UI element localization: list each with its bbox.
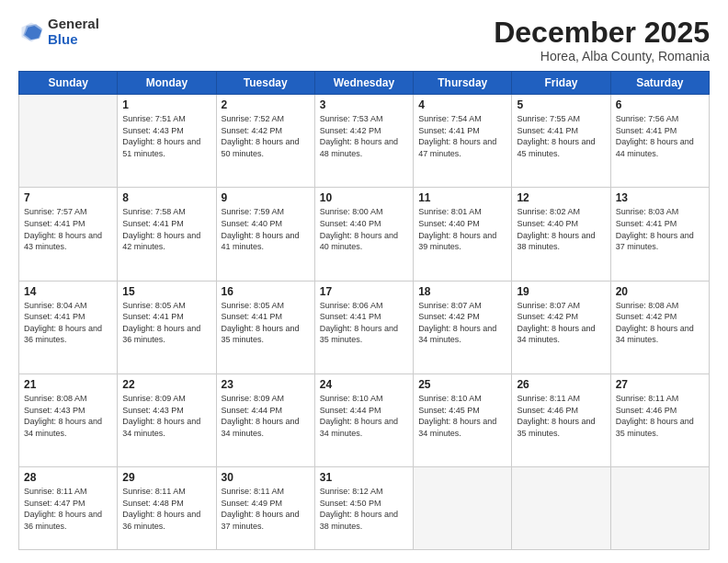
day-cell-0-1: 1Sunrise: 7:51 AMSunset: 4:43 PMDaylight… xyxy=(118,95,216,188)
day-info: Sunrise: 8:05 AMSunset: 4:41 PMDaylight:… xyxy=(122,300,210,346)
day-number: 9 xyxy=(222,191,310,204)
day-cell-4-0: 28Sunrise: 8:11 AMSunset: 4:47 PMDayligh… xyxy=(19,467,118,550)
header-friday: Friday xyxy=(512,72,610,95)
day-cell-2-2: 16Sunrise: 8:05 AMSunset: 4:41 PMDayligh… xyxy=(216,281,314,373)
header-thursday: Thursday xyxy=(414,72,512,95)
logo-text: General Blue xyxy=(48,17,99,47)
logo: General Blue xyxy=(18,17,99,47)
day-info: Sunrise: 8:00 AMSunset: 4:40 PMDaylight:… xyxy=(320,206,408,252)
day-number: 31 xyxy=(320,471,408,484)
day-number: 24 xyxy=(320,378,408,391)
day-info: Sunrise: 8:07 AMSunset: 4:42 PMDaylight:… xyxy=(517,300,605,346)
day-info: Sunrise: 8:11 AMSunset: 4:46 PMDaylight:… xyxy=(517,393,605,439)
day-cell-3-4: 25Sunrise: 8:10 AMSunset: 4:45 PMDayligh… xyxy=(414,373,512,466)
header-sunday: Sunday xyxy=(19,72,118,95)
day-info: Sunrise: 8:10 AMSunset: 4:45 PMDaylight:… xyxy=(418,393,506,439)
day-info: Sunrise: 7:54 AMSunset: 4:41 PMDaylight:… xyxy=(418,113,506,159)
day-number: 25 xyxy=(418,378,506,391)
day-info: Sunrise: 7:57 AMSunset: 4:41 PMDaylight:… xyxy=(24,206,112,252)
day-number: 29 xyxy=(122,471,210,484)
week-row-3: 14Sunrise: 8:04 AMSunset: 4:41 PMDayligh… xyxy=(19,281,710,373)
day-number: 8 xyxy=(122,191,210,204)
day-info: Sunrise: 7:52 AMSunset: 4:42 PMDaylight:… xyxy=(222,113,310,159)
day-cell-2-1: 15Sunrise: 8:05 AMSunset: 4:41 PMDayligh… xyxy=(118,281,216,373)
day-cell-0-5: 5Sunrise: 7:55 AMSunset: 4:41 PMDaylight… xyxy=(512,95,610,188)
day-info: Sunrise: 8:10 AMSunset: 4:44 PMDaylight:… xyxy=(320,393,408,439)
day-number: 19 xyxy=(517,285,605,298)
header-monday: Monday xyxy=(118,72,216,95)
day-cell-4-6 xyxy=(610,467,709,550)
day-cell-4-3: 31Sunrise: 8:12 AMSunset: 4:50 PMDayligh… xyxy=(314,467,413,550)
logo-general-text: General xyxy=(48,17,99,32)
day-info: Sunrise: 7:55 AMSunset: 4:41 PMDaylight:… xyxy=(517,113,605,159)
day-cell-4-1: 29Sunrise: 8:11 AMSunset: 4:48 PMDayligh… xyxy=(118,467,216,550)
day-info: Sunrise: 8:11 AMSunset: 4:49 PMDaylight:… xyxy=(222,486,310,532)
logo-blue-text: Blue xyxy=(48,32,99,48)
day-number: 21 xyxy=(24,378,112,391)
day-info: Sunrise: 7:59 AMSunset: 4:40 PMDaylight:… xyxy=(222,206,310,252)
day-cell-2-4: 18Sunrise: 8:07 AMSunset: 4:42 PMDayligh… xyxy=(414,281,512,373)
day-number: 11 xyxy=(418,191,506,204)
day-number: 6 xyxy=(616,98,704,111)
day-number: 15 xyxy=(122,285,210,298)
day-info: Sunrise: 8:11 AMSunset: 4:47 PMDaylight:… xyxy=(24,486,112,532)
day-number: 12 xyxy=(517,191,605,204)
day-cell-2-5: 19Sunrise: 8:07 AMSunset: 4:42 PMDayligh… xyxy=(512,281,610,373)
day-number: 28 xyxy=(24,471,112,484)
day-cell-4-2: 30Sunrise: 8:11 AMSunset: 4:49 PMDayligh… xyxy=(216,467,314,550)
day-number: 20 xyxy=(616,285,704,298)
day-info: Sunrise: 8:09 AMSunset: 4:44 PMDaylight:… xyxy=(222,393,310,439)
day-cell-4-5 xyxy=(512,467,610,550)
day-info: Sunrise: 7:53 AMSunset: 4:42 PMDaylight:… xyxy=(320,113,408,159)
day-info: Sunrise: 7:51 AMSunset: 4:43 PMDaylight:… xyxy=(122,113,210,159)
day-cell-0-6: 6Sunrise: 7:56 AMSunset: 4:41 PMDaylight… xyxy=(610,95,709,188)
day-number: 16 xyxy=(222,285,310,298)
day-number: 14 xyxy=(24,285,112,298)
day-info: Sunrise: 8:11 AMSunset: 4:48 PMDaylight:… xyxy=(122,486,210,532)
day-number: 1 xyxy=(122,98,210,111)
day-number: 23 xyxy=(222,378,310,391)
month-title: December 2025 xyxy=(494,17,710,49)
week-row-1: 1Sunrise: 7:51 AMSunset: 4:43 PMDaylight… xyxy=(19,95,710,188)
day-cell-2-3: 17Sunrise: 8:06 AMSunset: 4:41 PMDayligh… xyxy=(314,281,413,373)
day-cell-0-4: 4Sunrise: 7:54 AMSunset: 4:41 PMDaylight… xyxy=(414,95,512,188)
day-info: Sunrise: 8:04 AMSunset: 4:41 PMDaylight:… xyxy=(24,300,112,346)
day-cell-0-2: 2Sunrise: 7:52 AMSunset: 4:42 PMDaylight… xyxy=(216,95,314,188)
day-info: Sunrise: 8:12 AMSunset: 4:50 PMDaylight:… xyxy=(320,486,408,532)
day-info: Sunrise: 8:09 AMSunset: 4:43 PMDaylight:… xyxy=(122,393,210,439)
day-info: Sunrise: 8:07 AMSunset: 4:42 PMDaylight:… xyxy=(418,300,506,346)
calendar-table: Sunday Monday Tuesday Wednesday Thursday… xyxy=(18,71,710,550)
day-cell-3-1: 22Sunrise: 8:09 AMSunset: 4:43 PMDayligh… xyxy=(118,373,216,466)
week-row-2: 7Sunrise: 7:57 AMSunset: 4:41 PMDaylight… xyxy=(19,188,710,281)
day-cell-4-4 xyxy=(414,467,512,550)
day-cell-3-5: 26Sunrise: 8:11 AMSunset: 4:46 PMDayligh… xyxy=(512,373,610,466)
day-number: 18 xyxy=(418,285,506,298)
day-number: 17 xyxy=(320,285,408,298)
day-cell-1-0: 7Sunrise: 7:57 AMSunset: 4:41 PMDaylight… xyxy=(19,188,118,281)
week-row-5: 28Sunrise: 8:11 AMSunset: 4:47 PMDayligh… xyxy=(19,467,710,550)
day-number: 13 xyxy=(616,191,704,204)
day-cell-2-6: 20Sunrise: 8:08 AMSunset: 4:42 PMDayligh… xyxy=(610,281,709,373)
weekday-header-row: Sunday Monday Tuesday Wednesday Thursday… xyxy=(19,72,710,95)
day-info: Sunrise: 8:11 AMSunset: 4:46 PMDaylight:… xyxy=(616,393,704,439)
day-cell-0-0 xyxy=(19,95,118,188)
page: General Blue December 2025 Horea, Alba C… xyxy=(0,0,728,563)
day-info: Sunrise: 8:08 AMSunset: 4:42 PMDaylight:… xyxy=(616,300,704,346)
day-number: 3 xyxy=(320,98,408,111)
location-subtitle: Horea, Alba County, Romania xyxy=(494,49,710,63)
day-info: Sunrise: 8:06 AMSunset: 4:41 PMDaylight:… xyxy=(320,300,408,346)
day-info: Sunrise: 7:58 AMSunset: 4:41 PMDaylight:… xyxy=(122,206,210,252)
header: General Blue December 2025 Horea, Alba C… xyxy=(18,17,710,63)
day-number: 5 xyxy=(517,98,605,111)
header-saturday: Saturday xyxy=(610,72,709,95)
header-tuesday: Tuesday xyxy=(216,72,314,95)
day-number: 10 xyxy=(320,191,408,204)
day-cell-1-4: 11Sunrise: 8:01 AMSunset: 4:40 PMDayligh… xyxy=(414,188,512,281)
day-info: Sunrise: 8:08 AMSunset: 4:43 PMDaylight:… xyxy=(24,393,112,439)
day-cell-3-6: 27Sunrise: 8:11 AMSunset: 4:46 PMDayligh… xyxy=(610,373,709,466)
day-number: 30 xyxy=(222,471,310,484)
day-number: 2 xyxy=(222,98,310,111)
day-number: 4 xyxy=(418,98,506,111)
day-info: Sunrise: 8:02 AMSunset: 4:40 PMDaylight:… xyxy=(517,206,605,252)
day-info: Sunrise: 8:05 AMSunset: 4:41 PMDaylight:… xyxy=(222,300,310,346)
